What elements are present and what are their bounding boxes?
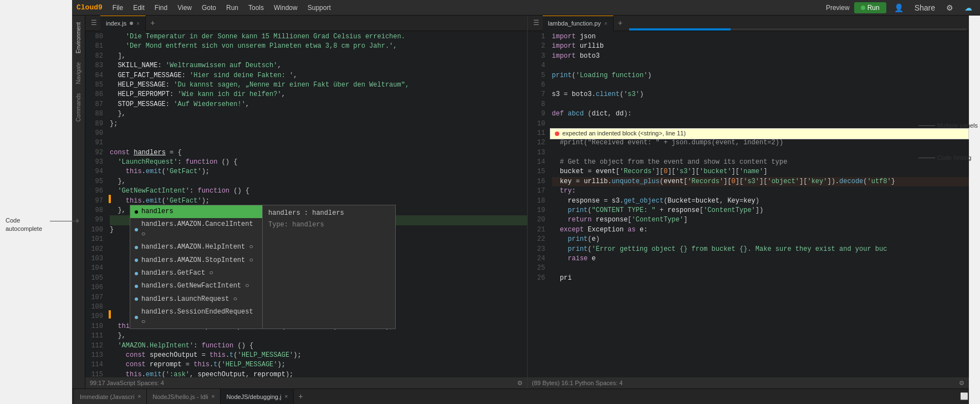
bottom-tab-bar: Immediate (Javascri × NodeJS/hello.js - …	[72, 388, 980, 404]
autocomplete-popup: handlers handlers.AMAZON.CancelIntent ○ …	[130, 205, 396, 329]
py-line-10	[552, 119, 969, 129]
code-line-86: HELP_REPROMPT: 'Wie kann ich dir helfen?…	[110, 90, 527, 99]
ac-item-getnewfact[interactable]: handlers.GetNewFactIntent ○	[130, 280, 262, 292]
code-line-82: ],	[110, 52, 527, 61]
menu-window[interactable]: Window	[269, 3, 302, 13]
code-hint-tooltip: expected an indented block (<string>, li…	[550, 128, 969, 139]
menu-view[interactable]: View	[173, 3, 196, 13]
bottom-tab-hello-close[interactable]: ×	[212, 393, 215, 400]
right-file-icon[interactable]: ☰	[530, 19, 543, 27]
left-status-bar: 99:17 JavaScript Spaces: 4 ⚙	[85, 377, 527, 388]
code-line-85: HELP_MESSAGE: 'Du kannst sagen, „Nenne m…	[110, 80, 527, 90]
preview-button[interactable]: Preview	[826, 4, 850, 12]
file-tree-icon[interactable]: ☰	[88, 19, 100, 27]
code-line-94: this.emit('GetFact');	[110, 167, 527, 176]
ac-dot-icon	[135, 297, 138, 301]
tab-close-icon[interactable]: ×	[136, 21, 140, 27]
py-line-3: import boto3	[552, 52, 969, 61]
left-settings-icon[interactable]: ⚙	[517, 380, 523, 387]
code-line-111: },	[110, 331, 527, 341]
py-line-22: print(e)	[552, 235, 969, 244]
bottom-tab-hello[interactable]: NodeJS/hello.js - Idli ×	[147, 389, 221, 405]
bottom-tab-immediate-label: Immediate (Javascri	[80, 393, 134, 400]
py-line-15: bucket = event['Records'][0]['s3']['buck…	[552, 167, 969, 176]
cloud-icon[interactable]: ☁	[961, 2, 976, 13]
right-editor-area[interactable]: 12345 678910 ●11 1213141516 1718192021 2…	[528, 31, 969, 377]
menu-run[interactable]: Run	[222, 3, 243, 13]
bottom-tab-debugging-close[interactable]: ×	[284, 393, 288, 400]
right-add-tab-button[interactable]: +	[614, 19, 627, 28]
code-line-87: STOP_MESSAGE: 'Auf Wiedersehen!',	[110, 100, 527, 109]
sidebar-environment[interactable]: Environment	[74, 18, 83, 58]
run-button[interactable]: Run	[854, 2, 886, 13]
ac-item-cancel[interactable]: handlers.AMAZON.CancelIntent ○	[130, 218, 262, 241]
code-line-113: const speechOutput = this.t('HELP_MESSAG…	[110, 351, 527, 360]
code-line-92: const handlers = {	[110, 148, 527, 158]
bottom-tab-immediate[interactable]: Immediate (Javascri ×	[74, 389, 147, 405]
code-line-93: 'LaunchRequest': function () {	[110, 158, 527, 167]
ac-dot-icon	[135, 246, 138, 249]
ac-dot-icon	[135, 259, 138, 262]
right-code-content[interactable]: expected an indented block (<string>, li…	[550, 31, 969, 377]
menu-goto[interactable]: Goto	[197, 3, 221, 13]
ac-dot-icon	[135, 285, 138, 288]
menu-support[interactable]: Support	[303, 3, 335, 13]
py-line-17: try:	[552, 186, 969, 196]
right-line-numbers: 12345 678910 ●11 1213141516 1718192021 2…	[528, 31, 550, 377]
py-line-19: print("CONTENT TYPE: " + response['Conte…	[552, 206, 969, 215]
left-status-text: 99:17 JavaScript Spaces: 4	[90, 380, 164, 386]
menu-file[interactable]: File	[108, 3, 127, 13]
tab-index-js[interactable]: index.js ×	[100, 16, 146, 31]
share-button[interactable]: Share	[911, 2, 938, 13]
progress-indicator	[629, 28, 731, 31]
ac-item-handlers[interactable]: handlers	[130, 205, 262, 218]
code-line-112: 'AMAZON.HelpIntent': function () {	[110, 341, 527, 351]
code-line-96: 'GetNewFactIntent': function () {	[110, 186, 527, 196]
code-line-115: this.emit(':ask', speechOutput, reprompt…	[110, 370, 527, 377]
add-tab-button[interactable]: +	[146, 19, 159, 28]
ac-item-stop[interactable]: handlers.AMAZON.StopIntent ○	[130, 254, 262, 267]
sidebar-navigate[interactable]: Navigate	[74, 58, 83, 88]
menu-tools[interactable]: Tools	[244, 3, 268, 13]
ac-item-launch[interactable]: handlers.LaunchRequest ○	[130, 293, 262, 306]
ac-item-help[interactable]: handlers.AMAZON.HelpIntent ○	[130, 241, 262, 254]
ac-dot-icon	[135, 228, 138, 231]
right-status-bar: (89 Bytes) 16:1 Python Spaces: 4 ⚙	[528, 377, 969, 388]
left-code-content[interactable]: 'Die Temperatur in der Sonne kann 15 Mil…	[108, 31, 527, 377]
tab-lambda-close[interactable]: ×	[604, 21, 608, 27]
right-editor-panel: ☰ lambda_function.py × + 12345 6789	[528, 16, 969, 388]
left-editor-area[interactable]: 8081828384 8586878889 9091929394 9596979…	[85, 31, 527, 377]
ac-dot-icon	[135, 210, 138, 214]
py-line-25	[552, 264, 969, 273]
py-line-21: except Exception as e:	[552, 225, 969, 235]
code-autocomplete-annotation: Code autocomplete	[6, 216, 42, 234]
autocomplete-detail: handlers : handlers Type: handlers	[263, 205, 396, 329]
tab-lambda[interactable]: lambda_function.py ×	[543, 16, 614, 31]
bottom-tab-debugging[interactable]: NodeJS/debugging.j ×	[221, 389, 294, 405]
py-line-7: s3 = boto3.client('s3')	[552, 90, 969, 99]
ac-item-getfact[interactable]: handlers.GetFact ○	[130, 267, 262, 280]
code-line-89: };	[110, 119, 527, 129]
app-wrapper: Code autocomplete Multiple panels Code h…	[0, 0, 980, 404]
right-tab-bar: ☰ lambda_function.py × +	[528, 16, 969, 31]
ac-item-session[interactable]: handlers.SessionEndedRequest ○	[130, 306, 262, 329]
sidebar-commands[interactable]: Commands	[74, 89, 83, 126]
bottom-add-tab-button[interactable]: +	[294, 392, 307, 401]
panel-expand-icon[interactable]: ⬜	[960, 392, 968, 401]
avatar-button[interactable]: 👤	[891, 2, 907, 13]
right-settings-icon[interactable]: ⚙	[959, 380, 964, 387]
py-line-13	[552, 148, 969, 158]
left-editor-panel: ☰ index.js × + 8081828384 8586878889 909…	[85, 16, 528, 388]
bottom-tab-immediate-close[interactable]: ×	[137, 393, 141, 400]
py-line-12: #print("Received event: " + json.dumps(e…	[552, 138, 969, 148]
tab-modified-dot	[130, 22, 133, 25]
autocomplete-list[interactable]: handlers handlers.AMAZON.CancelIntent ○ …	[130, 205, 263, 329]
menu-edit[interactable]: Edit	[129, 3, 149, 13]
menu-find[interactable]: Find	[150, 3, 172, 13]
progress-bar	[629, 28, 967, 31]
ac-detail-type: Type: handlers	[268, 220, 390, 230]
settings-icon[interactable]: ⚙	[943, 2, 957, 13]
py-line-2: import urllib	[552, 42, 969, 51]
ac-dot-icon	[135, 316, 138, 319]
py-line-23: print('Error getting object {} from buck…	[552, 245, 969, 254]
